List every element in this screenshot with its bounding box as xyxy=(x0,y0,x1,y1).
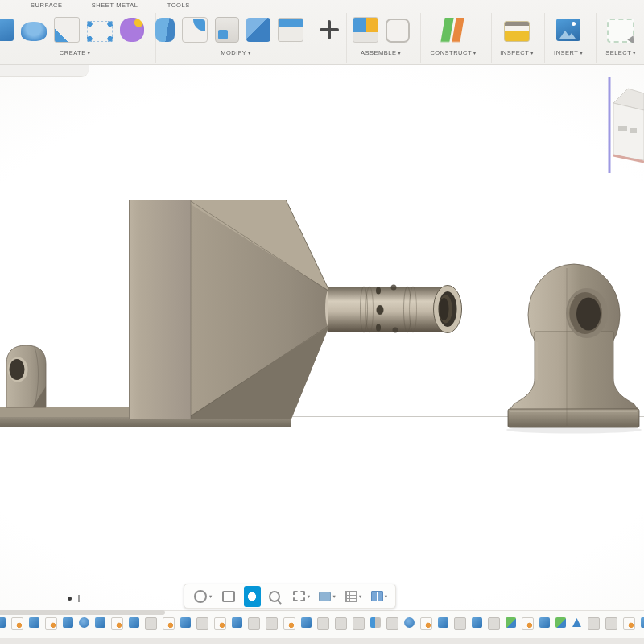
marker-bar xyxy=(78,595,80,602)
timeline-feature[interactable] xyxy=(129,617,139,628)
combine-icon[interactable] xyxy=(246,18,270,42)
zoom-window-tool[interactable]: ▾ xyxy=(290,586,312,607)
fillet-icon[interactable] xyxy=(182,17,208,43)
timeline-features xyxy=(0,617,644,630)
timeline-feature[interactable] xyxy=(283,617,295,630)
box-corner-icon[interactable] xyxy=(54,17,80,43)
timeline-feature[interactable] xyxy=(539,617,550,628)
timeline-feature[interactable] xyxy=(111,617,123,630)
insert-image-icon[interactable] xyxy=(556,19,580,41)
toolbar-group-insert: INSERT▾ xyxy=(544,13,592,63)
press-pull-icon[interactable] xyxy=(155,18,175,42)
timeline-feature[interactable] xyxy=(335,617,347,630)
timeline-feature[interactable] xyxy=(623,617,635,630)
timeline-feature[interactable] xyxy=(370,617,381,628)
zoom-tool[interactable] xyxy=(266,586,284,607)
pedestal-mount-part[interactable] xyxy=(506,264,642,434)
timeline-feature[interactable] xyxy=(248,617,260,630)
timeline-feature[interactable] xyxy=(317,617,329,630)
create-sketch-icon[interactable] xyxy=(87,21,113,42)
timeline-feature[interactable] xyxy=(180,617,191,628)
navigation-bar: ▾ ▾ ▾ xyxy=(184,584,396,609)
timeline-feature[interactable] xyxy=(163,617,175,630)
timeline-feature[interactable] xyxy=(454,617,466,630)
viewports[interactable]: ▾ xyxy=(369,586,389,607)
new-component-icon[interactable] xyxy=(353,17,378,43)
timeline-feature[interactable] xyxy=(588,617,600,630)
timeline-feature[interactable] xyxy=(0,617,6,628)
chevron-down-icon: ▾ xyxy=(308,593,310,600)
browser-shelf xyxy=(0,64,89,77)
pan-tool[interactable] xyxy=(244,586,261,607)
toolbar-tab[interactable]: SHEET METAL xyxy=(92,2,138,9)
inspect-menu-button[interactable]: INSPECT▾ xyxy=(492,49,542,56)
timeline-feature[interactable] xyxy=(404,617,415,628)
timeline-feature[interactable] xyxy=(232,617,242,628)
select-window-icon[interactable] xyxy=(607,19,634,43)
timeline-feature[interactable] xyxy=(353,617,365,630)
toolbar-tabs: SURFACESHEET METALTOOLS xyxy=(0,2,190,9)
timeline-feature[interactable] xyxy=(266,617,278,630)
chevron-down-icon: ▾ xyxy=(580,51,583,56)
grid-layout-settings[interactable]: ▾ xyxy=(342,586,363,607)
toolbar-group-assemble: ASSEMBLE▾ xyxy=(346,13,415,63)
modify-menu-button[interactable]: MODIFY▾ xyxy=(132,49,340,56)
funnel-nozzle-part[interactable] xyxy=(0,200,462,427)
display-settings[interactable]: ▾ xyxy=(316,586,336,607)
view-cube[interactable] xyxy=(609,77,644,173)
timeline-feature[interactable] xyxy=(420,617,432,630)
chevron-down-icon: ▾ xyxy=(473,51,477,56)
timeline-feature[interactable] xyxy=(472,617,482,628)
timeline-scrollbar[interactable] xyxy=(0,610,165,615)
nav-tool-icon xyxy=(319,592,331,601)
timeline-feature[interactable] xyxy=(63,617,73,628)
shell-icon[interactable] xyxy=(215,17,239,43)
measure-icon[interactable] xyxy=(504,21,530,42)
timeline-feature[interactable] xyxy=(438,617,448,628)
form-icon[interactable] xyxy=(21,22,47,41)
assemble-menu-button[interactable]: ASSEMBLE▾ xyxy=(347,49,415,56)
offset-face-icon[interactable] xyxy=(278,18,303,42)
nav-tool-icon xyxy=(345,591,357,602)
create-form-icon[interactable] xyxy=(120,18,144,42)
timeline-feature[interactable] xyxy=(522,617,534,630)
timeline-feature[interactable] xyxy=(79,617,89,628)
timeline-feature[interactable] xyxy=(145,617,157,630)
toolbar-tab[interactable]: TOOLS xyxy=(167,2,190,9)
create-menu-button[interactable]: CREATE▾ xyxy=(0,49,150,56)
timeline-feature[interactable] xyxy=(214,617,226,630)
model-3d-view xyxy=(0,0,644,644)
orbit-tool[interactable]: ▾ xyxy=(191,586,213,607)
timeline-feature[interactable] xyxy=(386,617,398,630)
select-menu-button[interactable]: SELECT▾ xyxy=(597,49,644,56)
timeline-feature[interactable] xyxy=(488,617,500,630)
timeline-feature[interactable] xyxy=(29,617,39,628)
timeline-feature[interactable] xyxy=(196,617,208,630)
timeline-feature[interactable] xyxy=(11,617,23,630)
timeline-feature[interactable] xyxy=(641,617,644,628)
construct-menu-button[interactable]: CONSTRUCT▾ xyxy=(421,49,485,56)
timeline-feature[interactable] xyxy=(95,617,105,628)
toolbar-group-construct: CONSTRUCT▾ xyxy=(420,13,485,63)
toolbar-tab[interactable]: SURFACE xyxy=(31,2,63,9)
toolbar-group-select: SELECT▾ xyxy=(596,13,644,63)
timeline-feature[interactable] xyxy=(605,617,617,630)
construction-plane-icon[interactable] xyxy=(439,18,467,42)
chevron-down-icon: ▾ xyxy=(209,593,212,600)
timeline-feature[interactable] xyxy=(45,617,57,630)
timeline-feature[interactable] xyxy=(506,617,516,628)
joint-icon[interactable] xyxy=(386,19,410,43)
viewcube-label-blur xyxy=(618,126,627,131)
solid-box-icon[interactable] xyxy=(0,19,14,41)
timeline-feature[interactable] xyxy=(301,617,312,628)
viewcube-front-face[interactable] xyxy=(613,103,644,160)
look-at-tool[interactable] xyxy=(219,586,239,607)
chevron-down-icon: ▾ xyxy=(248,51,251,56)
timeline-feature[interactable] xyxy=(572,617,582,628)
timeline-feature[interactable] xyxy=(555,617,566,628)
nav-tool-icon xyxy=(293,591,305,601)
chevron-down-icon: ▾ xyxy=(530,51,534,56)
nav-tool-icon xyxy=(194,590,207,603)
move-copy-icon[interactable] xyxy=(317,18,341,42)
insert-menu-button[interactable]: INSERT▾ xyxy=(545,49,592,56)
